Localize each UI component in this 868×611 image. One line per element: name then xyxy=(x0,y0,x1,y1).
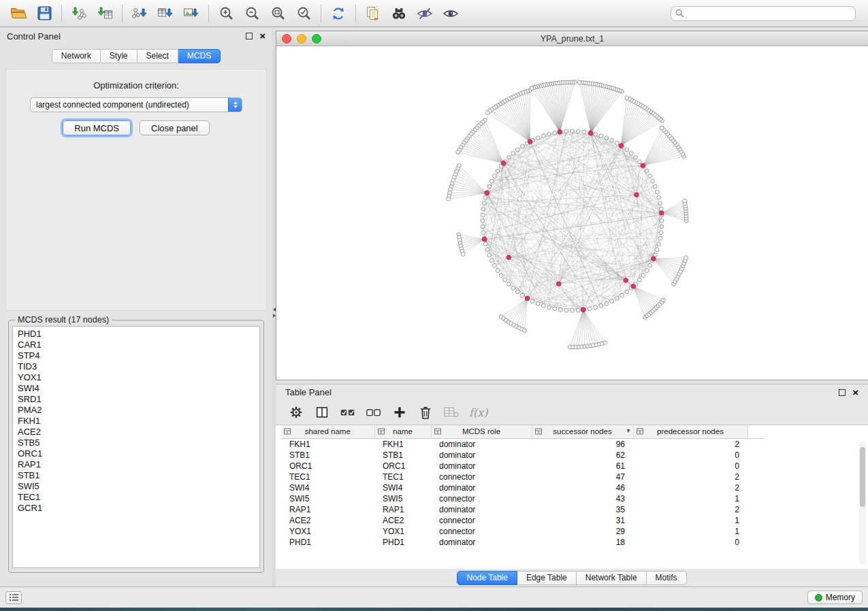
open-file-button[interactable] xyxy=(5,3,31,24)
zoom-fit-button[interactable] xyxy=(265,3,291,24)
tab-edge-table[interactable]: Edge Table xyxy=(517,571,577,585)
close-control-panel-button[interactable]: × xyxy=(259,31,266,41)
tab-mcds[interactable]: MCDS xyxy=(178,49,221,63)
float-icon xyxy=(839,389,846,396)
table-scrollbar[interactable] xyxy=(859,442,866,565)
export-image-button[interactable] xyxy=(178,3,204,24)
table-row[interactable]: ACE2ACE2connector311 xyxy=(281,515,764,526)
delete-table-button xyxy=(443,404,460,420)
column-sort-icon xyxy=(284,428,291,436)
mcds-result-item[interactable]: TID3 xyxy=(13,361,259,372)
zoom-selected-icon xyxy=(296,5,312,21)
mcds-result-item[interactable]: SWI5 xyxy=(13,481,259,492)
zoom-in-button[interactable] xyxy=(213,3,239,24)
network-window-title: YPA_prune.txt_1 xyxy=(276,34,868,44)
column-sort-icon xyxy=(535,428,542,436)
close-table-panel-button[interactable]: × xyxy=(852,388,858,397)
mcds-result-item[interactable]: STB1 xyxy=(13,470,259,481)
run-mcds-button[interactable]: Run MCDS xyxy=(63,120,131,135)
tab-node-table[interactable]: Node Table xyxy=(457,571,517,585)
optimization-criterion-label: Optimization criterion: xyxy=(6,80,266,90)
table-row[interactable]: FKH1FKH1dominator962 xyxy=(281,438,764,450)
network-window-titlebar[interactable]: YPA_prune.txt_1 xyxy=(276,31,868,46)
export-network-icon xyxy=(131,6,148,21)
import-table-button[interactable] xyxy=(92,3,118,24)
float-control-panel-button[interactable] xyxy=(244,31,254,41)
column-header-shared-name[interactable]: shared name xyxy=(281,425,374,438)
right-column: YPA_prune.txt_1 Table Panel × xyxy=(276,27,868,587)
tab-motifs[interactable]: Motifs xyxy=(647,571,687,585)
mcds-result-item[interactable]: CAR1 xyxy=(13,340,259,350)
tab-network[interactable]: Network xyxy=(52,49,101,63)
criterion-dropdown[interactable]: largest connected component (undirected) xyxy=(30,97,242,112)
mcds-result-item[interactable]: PHD1 xyxy=(13,329,259,340)
mcds-result-item[interactable]: YOX1 xyxy=(13,372,259,383)
table-row[interactable]: SWI5SWI5connector431 xyxy=(281,493,764,504)
mcds-result-item[interactable]: FKH1 xyxy=(13,416,259,427)
export-network-button[interactable] xyxy=(127,3,152,24)
float-table-panel-button[interactable] xyxy=(837,388,847,397)
open-folder-icon xyxy=(10,6,27,20)
check-all-button[interactable] xyxy=(340,404,356,420)
table-row[interactable]: YOX1YOX1connector291 xyxy=(281,526,764,537)
network-canvas[interactable] xyxy=(276,46,868,380)
panel-selector-button[interactable] xyxy=(5,591,22,604)
memory-button[interactable]: Memory xyxy=(807,591,863,604)
zoom-out-button[interactable] xyxy=(239,3,265,24)
mcds-result-list[interactable]: PHD1CAR1STP4TID3YOX1SWI4SRD1PMA2FKH1ACE2… xyxy=(12,326,260,568)
clone-network-button[interactable] xyxy=(360,3,386,24)
tab-select[interactable]: Select xyxy=(138,49,178,63)
mcds-result-item[interactable]: TEC1 xyxy=(13,492,259,503)
export-table-button[interactable] xyxy=(152,3,178,24)
zoom-selected-button[interactable] xyxy=(291,3,317,24)
hide-selected-button[interactable] xyxy=(412,3,438,24)
tab-network-table[interactable]: Network Table xyxy=(577,571,647,585)
table-row[interactable]: STB1STB1dominator620 xyxy=(281,450,764,461)
table-scrollbar-thumb[interactable] xyxy=(860,447,865,507)
mcds-result-item[interactable]: STP4 xyxy=(13,350,259,361)
search-icon xyxy=(675,9,684,18)
delete-column-button[interactable] xyxy=(417,404,434,420)
table-row[interactable]: ORC1ORC1dominator610 xyxy=(281,461,764,472)
import-network-button[interactable] xyxy=(66,3,92,24)
table-settings-button[interactable] xyxy=(288,404,304,420)
search-box[interactable] xyxy=(671,6,856,21)
column-header-predecessor-nodes[interactable]: predecessor nodes xyxy=(633,425,748,438)
splitter-handle-icon[interactable] xyxy=(272,308,276,318)
refresh-button[interactable] xyxy=(325,3,351,24)
add-column-button[interactable] xyxy=(391,404,408,420)
table-row[interactable]: TEC1TEC1connector472 xyxy=(281,472,764,482)
close-panel-button[interactable]: Close panel xyxy=(140,120,210,135)
mcds-result-item[interactable]: GCR1 xyxy=(13,503,259,514)
show-columns-button[interactable] xyxy=(314,404,330,420)
mcds-result-item[interactable]: ORC1 xyxy=(13,448,259,459)
search-input[interactable] xyxy=(688,8,851,19)
table-row[interactable]: PHD1PHD1dominator180 xyxy=(281,537,764,548)
main-area: Control Panel × NetworkStyleSelectMCDS O… xyxy=(0,27,868,587)
tab-style[interactable]: Style xyxy=(101,49,138,63)
mcds-result-item[interactable]: RAP1 xyxy=(13,459,259,470)
node-table-head-row: shared namenameMCDS rolesuccessor nodes▾… xyxy=(281,425,764,438)
dropdown-arrows-icon xyxy=(228,97,242,112)
table-row[interactable]: RAP1RAP1dominator352 xyxy=(281,504,764,515)
toolbar-separator xyxy=(61,5,62,22)
column-sort-icon xyxy=(434,428,441,436)
uncheck-all-button[interactable] xyxy=(366,404,382,420)
import-table-icon xyxy=(97,6,113,21)
mcds-result-item[interactable]: SWI4 xyxy=(13,383,259,394)
mcds-result-item[interactable]: SRD1 xyxy=(13,394,259,405)
application-window: Control Panel × NetworkStyleSelectMCDS O… xyxy=(0,0,868,608)
node-table-area: shared namenameMCDS rolesuccessor nodes▾… xyxy=(276,425,868,569)
mcds-result-item[interactable]: STB5 xyxy=(13,437,259,448)
column-header-name[interactable]: name xyxy=(374,425,431,438)
column-header-MCDS-role[interactable]: MCDS role xyxy=(431,425,532,438)
show-all-button[interactable] xyxy=(438,3,464,24)
function-builder-button: f(x) xyxy=(469,406,487,419)
first-neighbors-button[interactable] xyxy=(386,3,412,24)
mcds-result-item[interactable]: ACE2 xyxy=(13,427,259,437)
control-panel-header: Control Panel × xyxy=(0,27,272,45)
save-session-button[interactable] xyxy=(31,3,57,24)
column-header-successor-nodes[interactable]: successor nodes▾ xyxy=(532,425,633,438)
mcds-result-item[interactable]: PMA2 xyxy=(13,405,259,416)
table-row[interactable]: SWI4SWI4dominator462 xyxy=(281,482,764,493)
